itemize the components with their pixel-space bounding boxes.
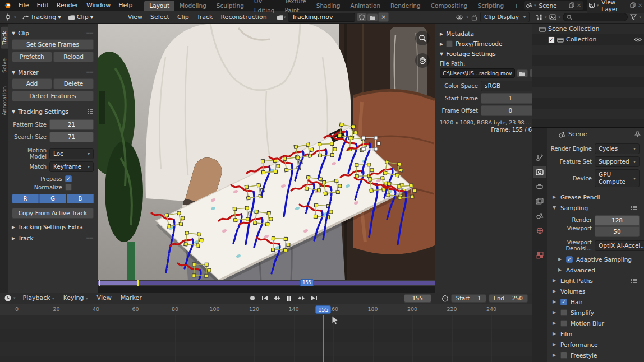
timeline-ruler[interactable]: 020406080100120140160180200220240 <box>0 304 532 315</box>
keying-menu[interactable]: Keying ▾ <box>59 293 92 304</box>
metadata-panel-header[interactable]: ▶Metadata══ <box>440 30 540 37</box>
workspace-tab[interactable]: Shading <box>311 1 346 11</box>
prepass-checkbox[interactable]: ✓ <box>65 175 72 182</box>
mode-dropdown[interactable]: Tracking ▾ <box>20 13 63 21</box>
collection-row[interactable]: ✓ Collection <box>532 34 644 45</box>
presets-icon[interactable] <box>87 109 94 114</box>
tool-panel-tab[interactable]: Track <box>1 27 8 49</box>
marker-section-header[interactable]: ▼Marker══ <box>12 69 94 76</box>
current-frame-field[interactable]: 155 <box>404 294 431 303</box>
reload-button[interactable]: Reload <box>53 52 94 62</box>
adaptive-sampling-checkbox[interactable]: ✓ <box>566 256 573 263</box>
unlink-scene-icon[interactable]: × <box>577 2 582 9</box>
app-menu-item[interactable]: File <box>15 0 33 11</box>
search-size-field[interactable]: 71 <box>49 132 94 142</box>
denoise-dropdown[interactable]: OptiX AI-Accel...▾ <box>595 240 644 251</box>
pattern-size-field[interactable]: 21 <box>49 119 94 130</box>
properties-panel-row[interactable]: ▶ Light Paths <box>549 275 640 286</box>
footage-settings-header[interactable]: ▼Footage Settings══ <box>440 50 540 57</box>
world-tab-icon[interactable] <box>533 224 546 236</box>
previous-keyframe-button[interactable] <box>272 294 283 303</box>
properties-panel-row[interactable]: ▶✓ Hair <box>549 296 640 307</box>
timeline-editor-type-icon[interactable] <box>2 294 13 302</box>
output-tab-icon[interactable] <box>533 180 546 193</box>
motion-model-dropdown[interactable]: Loc▾ <box>49 148 94 159</box>
sampling-panel[interactable]: ▼Sampling <box>549 202 640 213</box>
clip-datablock-icon[interactable] <box>277 14 284 20</box>
sampling-presets-icon[interactable] <box>631 205 637 211</box>
workspace-tab[interactable]: Modeling <box>174 1 211 11</box>
pan-gizmo[interactable] <box>415 53 430 68</box>
tracking-settings-extra-header[interactable]: ▶Tracking Settings Extra <box>12 224 94 230</box>
jump-to-end-button[interactable] <box>309 294 320 303</box>
eye-icon[interactable] <box>634 37 642 42</box>
workspace-tab[interactable]: Layout <box>144 1 174 11</box>
clip-pin-dropdown[interactable]: Clip ▾ <box>66 13 119 21</box>
channel-toggle[interactable]: R <box>12 194 39 203</box>
pin-icon[interactable] <box>634 131 641 138</box>
render-samples-field[interactable]: 128 <box>595 215 640 226</box>
tool-tab-icon[interactable] <box>533 151 546 164</box>
device-dropdown[interactable]: GPU Compute▾ <box>595 169 640 187</box>
tracking-settings-header[interactable]: ▼Tracking Settings <box>12 108 94 115</box>
workspace-tab[interactable]: Animation <box>346 1 386 11</box>
blender-logo-icon[interactable] <box>0 2 15 9</box>
grease-pencil-panel[interactable]: ▶Grease Pencil <box>549 192 640 202</box>
remove-view-layer-icon[interactable]: × <box>638 2 643 9</box>
editor-type-icon[interactable] <box>2 13 14 21</box>
workspace-tab[interactable]: Sculpting <box>211 1 249 11</box>
zoom-gizmo[interactable] <box>415 31 430 45</box>
texture-tab-icon[interactable] <box>533 249 546 261</box>
outliner-search-input[interactable] <box>563 13 628 21</box>
detect-features-button[interactable]: Detect Features <box>12 91 94 101</box>
playhead-line[interactable] <box>323 315 324 362</box>
channel-toggle[interactable]: G <box>39 194 66 203</box>
prefetch-button[interactable]: Prefetch <box>12 52 52 62</box>
color-space-dropdown[interactable]: sRGB▾ <box>481 81 540 91</box>
workspace-tab[interactable]: UV Editing <box>249 0 280 15</box>
match-dropdown[interactable]: Keyframe▾ <box>49 161 94 172</box>
copy-from-active-track-button[interactable]: Copy From Active Track <box>12 208 94 219</box>
scene-collection-row[interactable]: Scene Collection <box>532 24 644 34</box>
advanced-panel[interactable]: ▶Advanced <box>549 264 640 275</box>
add-workspace-button[interactable]: + <box>509 1 524 11</box>
app-menu-item[interactable]: Edit <box>33 0 52 11</box>
adaptive-sampling-panel[interactable]: ▶✓ Adaptive Sampling <box>549 254 640 264</box>
jump-to-start-button[interactable] <box>259 294 270 303</box>
clip-viewport[interactable]: 155 <box>98 24 435 293</box>
app-menu-item[interactable]: Help <box>114 0 136 11</box>
clip-menu-item[interactable]: View <box>124 13 146 21</box>
channel-toggle[interactable]: B <box>67 194 94 203</box>
clip-scrubber[interactable]: 155 <box>98 280 435 286</box>
start-frame-field[interactable]: 1 <box>481 93 540 104</box>
playhead-frame-badge[interactable]: 155 <box>315 305 331 314</box>
view-layer-tab-icon[interactable] <box>533 195 546 207</box>
tool-panel-tab[interactable]: Annotation <box>1 82 8 119</box>
proxy-checkbox[interactable] <box>446 40 453 47</box>
add-marker-button[interactable]: Add <box>12 78 52 89</box>
stopwatch-icon[interactable] <box>441 295 449 302</box>
frame-offset-field[interactable]: 0 <box>481 105 540 116</box>
copy-scene-icon[interactable] <box>569 2 575 8</box>
workspace-tab[interactable]: Compositing <box>426 1 473 11</box>
pause-button[interactable] <box>284 294 295 303</box>
workspace-tab[interactable]: Rendering <box>385 1 426 11</box>
workspace-tab[interactable]: Texture Paint <box>279 0 311 15</box>
viewport-samples-field[interactable]: 50 <box>595 226 640 237</box>
next-keyframe-button[interactable] <box>296 294 307 303</box>
properties-panel-row[interactable]: ▶ Volumes <box>549 286 640 296</box>
properties-panel-row[interactable]: ▶ Motion Blur <box>549 318 640 328</box>
properties-panel-row[interactable]: ▶ Film <box>549 328 640 339</box>
render-engine-dropdown[interactable]: Cycles▾ <box>595 143 640 154</box>
display-mode-icon[interactable] <box>549 14 556 20</box>
track-section-header[interactable]: ▶Track══ <box>12 235 94 242</box>
start-frame-range[interactable]: Start1 <box>451 294 486 303</box>
file-path-field[interactable]: C:\Users\US...racking.mov <box>440 68 515 78</box>
playback-menu[interactable]: Playback ▾ <box>19 293 58 304</box>
view-menu[interactable]: View <box>93 293 116 304</box>
filter-icon[interactable] <box>630 14 637 20</box>
end-frame-range[interactable]: End250 <box>489 294 528 303</box>
collection-checkbox[interactable]: ✓ <box>548 36 555 43</box>
render-tab-icon[interactable] <box>533 166 546 178</box>
app-menu-item[interactable]: Window <box>82 0 114 11</box>
